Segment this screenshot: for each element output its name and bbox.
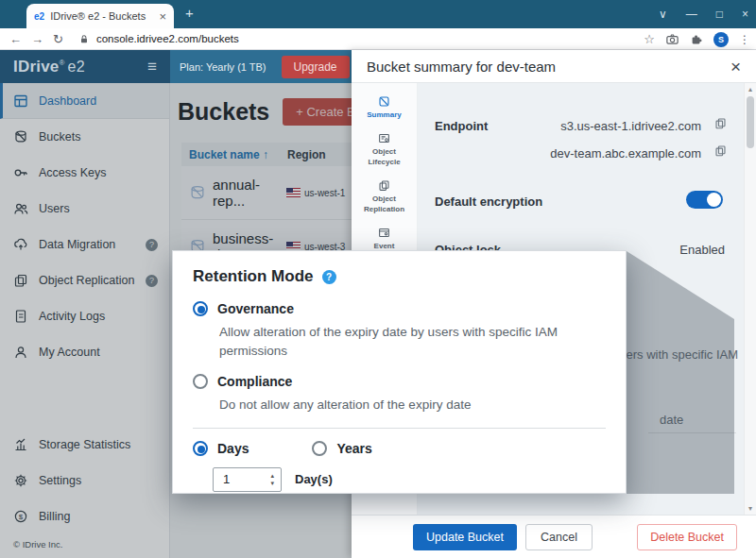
object-lock-value: Enabled bbox=[679, 243, 725, 257]
scrollbar-thumb[interactable] bbox=[747, 96, 754, 148]
endpoint-value: s3.us-east-1.idrivee2.com bbox=[560, 119, 701, 133]
profile-avatar[interactable]: S bbox=[713, 32, 729, 47]
minimize-icon[interactable]: — bbox=[686, 8, 697, 21]
tab-object-lifecycle[interactable]: Object Lifecycle bbox=[352, 126, 417, 173]
scroll-down-icon[interactable]: ▾ bbox=[745, 504, 756, 513]
event-icon bbox=[378, 227, 390, 239]
radio-unselected-icon[interactable] bbox=[312, 441, 327, 456]
summary-icon bbox=[378, 95, 390, 108]
help-icon[interactable]: ? bbox=[322, 270, 336, 284]
encryption-toggle[interactable] bbox=[686, 191, 723, 209]
endpoint-value: dev-team.abc.example.com bbox=[550, 146, 701, 161]
panel-close-icon[interactable]: × bbox=[730, 58, 741, 76]
idrive-logo: IDrive®e2 bbox=[13, 58, 85, 76]
tab-object-replication[interactable]: Object Replication bbox=[352, 173, 417, 220]
modal-divider bbox=[193, 428, 606, 429]
stepper-down-icon[interactable]: ▾ bbox=[270, 480, 274, 487]
unit-label: Years bbox=[336, 441, 371, 456]
new-tab-icon[interactable]: + bbox=[185, 5, 194, 21]
compliance-option[interactable]: Compliance bbox=[193, 374, 606, 389]
unit-label: Days bbox=[217, 441, 249, 456]
background-text-fragment: date bbox=[660, 413, 683, 427]
maximize-icon[interactable]: □ bbox=[716, 8, 723, 21]
url-text[interactable]: console.idrivee2.com/buckets bbox=[96, 33, 239, 44]
back-icon[interactable]: ← bbox=[9, 32, 22, 46]
radio-selected-icon[interactable] bbox=[193, 301, 208, 316]
browser-tab[interactable]: e2 IDrive® e2 - Buckets × bbox=[26, 4, 174, 28]
chevron-down-icon[interactable]: ∨ bbox=[659, 8, 667, 21]
copy-icon[interactable] bbox=[714, 144, 727, 157]
app-logo-bar: IDrive®e2 ≡ bbox=[0, 50, 170, 83]
option-description: Do not allow any alteration of the expir… bbox=[219, 396, 588, 414]
plan-label: Plan: Yearly (1 TB) bbox=[180, 61, 266, 73]
extensions-icon[interactable] bbox=[690, 33, 703, 46]
stepper-arrows[interactable]: ▴▾ bbox=[270, 472, 281, 486]
bookmark-star-icon[interactable]: ☆ bbox=[644, 32, 655, 46]
background-text-fragment: ers with specific IAM bbox=[627, 347, 738, 362]
browser-window: e2 IDrive® e2 - Buckets × + ∨ — □ × ← → … bbox=[0, 0, 756, 558]
camera-icon[interactable] bbox=[665, 32, 679, 46]
unit-suffix-label: Day(s) bbox=[295, 472, 333, 486]
stepper-up-icon[interactable]: ▴ bbox=[270, 472, 274, 480]
years-option[interactable]: Years bbox=[312, 441, 371, 456]
app-root: IDrive®e2 ≡ Plan: Yearly (1 TB) Upgrade … bbox=[0, 50, 756, 558]
browser-urlbar: ← → ↻ console.idrivee2.com/buckets ☆ S ⋮ bbox=[0, 28, 756, 50]
tab-close-icon[interactable]: × bbox=[159, 9, 166, 24]
days-option[interactable]: Days bbox=[193, 441, 249, 456]
cancel-button[interactable]: Cancel bbox=[525, 524, 593, 550]
retention-mode-modal: Retention Mode ? Governance Allow altera… bbox=[172, 250, 627, 494]
object-replication-icon bbox=[378, 179, 390, 192]
panel-scrollbar[interactable]: ▴ ▾ bbox=[744, 83, 756, 515]
panel-footer: Update Bucket Cancel Delete Bucket bbox=[352, 515, 756, 558]
panel-title: Bucket summary for dev-team bbox=[367, 59, 556, 75]
tab-summary[interactable]: Summary bbox=[352, 89, 417, 126]
update-bucket-button[interactable]: Update Bucket bbox=[413, 524, 517, 550]
e2-favicon-icon: e2 bbox=[34, 11, 44, 22]
browser-titlebar: e2 IDrive® e2 - Buckets × + ∨ — □ × bbox=[0, 0, 756, 28]
modal-title: Retention Mode bbox=[193, 267, 314, 286]
close-window-icon[interactable]: × bbox=[742, 8, 748, 21]
tab-title: IDrive® e2 - Buckets bbox=[50, 10, 153, 22]
radio-unselected-icon[interactable] bbox=[193, 374, 208, 389]
option-label: Governance bbox=[217, 301, 294, 316]
reload-icon[interactable]: ↻ bbox=[53, 32, 63, 46]
endpoint-label: Endpoint bbox=[435, 119, 488, 133]
option-description: Allow alteration of the expiry date by u… bbox=[219, 323, 588, 360]
background-divider bbox=[648, 432, 736, 433]
delete-bucket-button[interactable]: Delete Bucket bbox=[637, 524, 737, 550]
scroll-up-icon[interactable]: ▴ bbox=[745, 85, 756, 93]
upgrade-button[interactable]: Upgrade bbox=[282, 56, 350, 78]
retention-days-input[interactable] bbox=[214, 472, 270, 486]
hamburger-menu-icon[interactable]: ≡ bbox=[147, 58, 157, 76]
default-encryption-label: Default encryption bbox=[435, 194, 542, 209]
copy-icon[interactable] bbox=[714, 117, 727, 129]
lock-icon bbox=[78, 33, 90, 45]
forward-icon[interactable]: → bbox=[31, 32, 43, 46]
object-lifecycle-icon bbox=[378, 132, 390, 144]
option-label: Compliance bbox=[217, 374, 292, 389]
governance-option[interactable]: Governance bbox=[193, 301, 606, 316]
radio-selected-icon[interactable] bbox=[193, 441, 208, 456]
more-menu-icon[interactable]: ⋮ bbox=[739, 33, 750, 46]
retention-days-stepper[interactable]: ▴▾ bbox=[213, 467, 282, 492]
